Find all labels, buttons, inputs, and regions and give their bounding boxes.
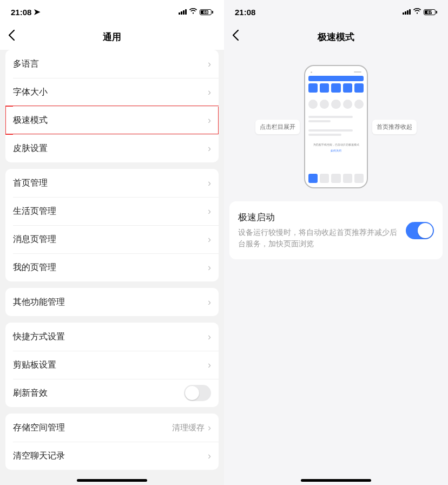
row-label: 多语言 <box>13 58 39 70</box>
chevron-right-icon: › <box>208 234 211 245</box>
row-label: 存储空间管理 <box>13 422 65 434</box>
row-label: 生活页管理 <box>13 206 56 217</box>
page-title: 极速模式 <box>224 31 448 43</box>
chevron-right-icon: › <box>208 422 211 434</box>
chevron-right-icon: › <box>208 359 211 371</box>
chevron-right-icon: › <box>208 206 211 217</box>
battery-icon: 67 <box>424 9 437 15</box>
wifi-icon <box>189 8 197 16</box>
card-desc: 设备运行较慢时，将自动收起首页推荐并减少后台服务，加快页面浏览 <box>238 227 399 250</box>
location-icon: ➤ <box>34 7 41 17</box>
chevron-right-icon: › <box>208 331 211 343</box>
chevron-right-icon: › <box>208 58 211 70</box>
row-message-page-manage[interactable]: 消息页管理› <box>5 225 219 253</box>
row-homepage-manage[interactable]: 首页管理› <box>5 169 219 197</box>
row-label: 刷新音效 <box>13 388 48 399</box>
row-label: 字体大小 <box>13 87 48 98</box>
chevron-right-icon: › <box>208 262 211 273</box>
illus-badge-right: 首页推荐收起 <box>372 120 417 134</box>
chevron-right-icon: › <box>208 115 211 126</box>
card-title: 极速启动 <box>238 211 399 224</box>
row-label: 皮肤设置 <box>13 143 48 154</box>
row-storage-manage[interactable]: 存储空间管理 清理缓存 › <box>5 414 219 442</box>
row-clear-chat[interactable]: 清空聊天记录› <box>5 442 219 470</box>
back-button[interactable] <box>8 29 15 44</box>
row-value: 清理缓存 <box>172 423 205 433</box>
status-time: 21:08 <box>11 8 31 17</box>
row-label: 清空聊天记录 <box>13 450 65 462</box>
signal-icon <box>179 9 187 15</box>
row-label: 消息页管理 <box>13 234 56 245</box>
row-my-page-manage[interactable]: 我的页管理› <box>5 253 219 281</box>
battery-icon: 68 <box>200 9 213 15</box>
row-label: 快捷方式设置 <box>13 331 65 343</box>
chevron-right-icon: › <box>208 143 211 154</box>
chevron-right-icon: › <box>208 450 211 462</box>
chevron-right-icon: › <box>208 178 211 189</box>
fast-start-card: 极速启动 设备运行较慢时，将自动收起首页推荐并减少后台服务，加快页面浏览 <box>229 201 443 259</box>
row-shortcut-settings[interactable]: 快捷方式设置› <box>5 323 219 351</box>
nav-bar: 通用 <box>0 24 224 50</box>
illus-badge-left: 点击栏目展开 <box>255 120 300 134</box>
row-label: 极速模式 <box>13 115 48 126</box>
row-other-feature-manage[interactable]: 其他功能管理› <box>5 288 219 316</box>
back-button[interactable] <box>232 29 239 44</box>
row-clipboard-settings[interactable]: 剪贴板设置› <box>5 351 219 379</box>
mini-phone-illustration: 为匹配手机性能，已自动开启极速模式 如何关闭 <box>304 65 368 188</box>
page-title: 通用 <box>0 31 224 43</box>
wifi-icon <box>413 8 421 16</box>
row-skin[interactable]: 皮肤设置 › <box>5 134 219 162</box>
home-indicator[interactable] <box>301 479 371 482</box>
home-indicator[interactable] <box>77 479 147 482</box>
status-time: 21:08 <box>235 8 255 17</box>
mini-subtitle: 为匹配手机性能，已自动开启极速模式 <box>308 143 364 147</box>
illustration: 点击栏目展开 为匹配手机性能，已自动开启极速模式 如何关闭 <box>224 50 448 201</box>
row-label: 首页管理 <box>13 178 48 189</box>
mini-link: 如何关闭 <box>308 149 364 152</box>
row-label: 剪贴板设置 <box>13 359 56 371</box>
row-label: 其他功能管理 <box>13 297 65 308</box>
status-bar: 21:08 ➤ 68 <box>0 0 224 24</box>
row-label: 我的页管理 <box>13 262 56 273</box>
fast-start-toggle[interactable] <box>406 222 434 239</box>
row-multilanguage[interactable]: 多语言 › <box>5 50 219 78</box>
nav-bar: 极速模式 <box>224 24 448 50</box>
row-refresh-sound[interactable]: 刷新音效 <box>5 379 219 407</box>
status-bar: 21:08 67 <box>224 0 448 24</box>
chevron-right-icon: › <box>208 297 211 308</box>
chevron-right-icon: › <box>208 87 211 98</box>
refresh-sound-toggle[interactable] <box>184 385 211 401</box>
row-fast-mode[interactable]: 极速模式 › <box>5 106 219 134</box>
row-life-page-manage[interactable]: 生活页管理› <box>5 197 219 225</box>
row-font-size[interactable]: 字体大小 › <box>5 78 219 106</box>
signal-icon <box>403 9 411 15</box>
